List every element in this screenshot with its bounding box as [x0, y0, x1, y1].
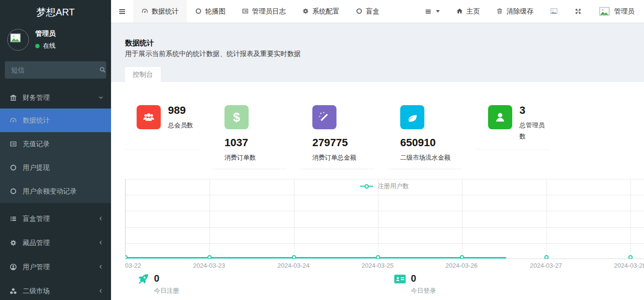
- circle-icon: [9, 164, 17, 172]
- nav-lock-screen-button[interactable]: [542, 0, 566, 23]
- nav-admin-label: 管理员: [614, 7, 634, 16]
- user-icon: [488, 105, 512, 129]
- sidebar-item-label: 二级市场: [23, 287, 93, 296]
- stat-label: 总管理员数: [519, 120, 550, 142]
- nav-tab-label: 数据统计: [152, 7, 179, 16]
- data-point-marker: [292, 255, 296, 259]
- gear-icon: [302, 8, 309, 15]
- tachometer-icon: [141, 8, 148, 15]
- address-card-icon: [393, 273, 406, 295]
- today-value: 0: [411, 273, 436, 283]
- today-label: 今日登录: [411, 286, 436, 295]
- line-chart: [125, 179, 644, 259]
- data-point-marker: [545, 255, 549, 259]
- search-button[interactable]: [98, 61, 106, 79]
- nav-clear-cache-label: 清除缓存: [506, 7, 533, 16]
- stat-value: 650910: [400, 137, 462, 148]
- sidebar-toggle-button[interactable]: [111, 0, 133, 23]
- sidebar-item-label: 财务管理: [23, 94, 93, 102]
- sidebar-search: [5, 61, 106, 79]
- page-subtitle: 用于展示当前系统中的统计数据、统计报表及重要实时数据: [125, 50, 301, 58]
- users-icon: [137, 105, 161, 129]
- sidebar-item-label: 用户提现: [23, 164, 104, 172]
- nav-user-menu[interactable]: 管理员: [590, 0, 644, 23]
- nav-tab-label: 管理员日志: [252, 7, 286, 16]
- gear-icon: [9, 239, 17, 247]
- x-tick-label: 2024-03-27: [530, 262, 562, 269]
- sidebar-item-finance[interactable]: 财务管理: [0, 87, 111, 109]
- nav-tab-system-config[interactable]: 系统配置: [294, 0, 348, 23]
- chevron-left-icon: [98, 216, 104, 222]
- today-login-stat: 0 今日登录: [393, 273, 436, 295]
- stat-card-members: 989 总会员数: [125, 94, 199, 150]
- nav-fullscreen-button[interactable]: [566, 0, 590, 23]
- stat-label: 总会员数: [168, 120, 199, 131]
- home-icon: [456, 8, 463, 15]
- sidebar-item-collection-mgmt[interactable]: 藏品管理: [0, 231, 111, 255]
- search-input[interactable]: [5, 61, 98, 79]
- nav-tab-blindbox[interactable]: 盲盒: [348, 0, 388, 23]
- list-alt-icon: [242, 8, 249, 15]
- sidebar-item-blindbox-mgmt[interactable]: 盲盒管理: [0, 207, 111, 231]
- today-value: 0: [154, 273, 179, 283]
- stat-value: 989: [168, 105, 199, 116]
- cubes-icon: [9, 287, 17, 296]
- today-label: 今日注册: [154, 286, 179, 295]
- circle-icon: [195, 8, 202, 15]
- broken-image-icon: [9, 32, 22, 44]
- x-axis-line: [506, 259, 644, 259]
- search-icon: [99, 66, 106, 73]
- sidebar-item-recharge-records[interactable]: 充值记录: [0, 132, 111, 156]
- nav-home-label: 主页: [466, 7, 480, 16]
- nav-tab-label: 盲盒: [366, 7, 379, 16]
- nav-tab-label: 系统配置: [312, 7, 339, 16]
- list-menu-icon: [425, 8, 432, 15]
- sidebar-menu: 财务管理 数据统计 充值记录 用户提现: [0, 87, 111, 300]
- data-point-marker: [208, 255, 212, 259]
- sidebar-item-balance-changes[interactable]: 用户余额变动记录: [0, 179, 111, 203]
- stats-row: 989 总会员数 $ 1037 消费订单数 279775 消费订单总金额 650…: [125, 94, 550, 169]
- dollar-icon: $: [224, 105, 249, 129]
- sidebar-item-label: 用户管理: [23, 263, 93, 272]
- nav-home-button[interactable]: 主页: [448, 0, 488, 23]
- x-tick-label: 2024-03-22: [125, 262, 141, 269]
- magic-wand-icon: [312, 105, 336, 129]
- x-tick-label: 2024-03-26: [446, 262, 478, 269]
- stat-label: 消费订单总金额: [312, 152, 375, 164]
- sidebar-item-user-withdraw[interactable]: 用户提现: [0, 156, 111, 179]
- sidebar-item-label: 盲盒管理: [23, 215, 93, 223]
- sidebar: 梦想ART 管理员 在线: [0, 0, 111, 300]
- user-name: 管理员: [35, 29, 56, 38]
- content-body: 989 总会员数 $ 1037 消费订单数 279775 消费订单总金额 650…: [111, 82, 644, 300]
- sidebar-item-label: 数据统计: [23, 116, 104, 125]
- nav-menu-dropdown[interactable]: [417, 0, 448, 23]
- nav-tab-data-stats[interactable]: 数据统计: [133, 0, 187, 23]
- stat-card-admins: 3 总管理员数: [476, 94, 550, 150]
- today-register-stat: 0 今日注册: [137, 273, 179, 295]
- x-axis-labels: 2024-03-22 2024-03-23 2024-03-24 2024-03…: [125, 262, 644, 271]
- sidebar-item-label: 充值记录: [23, 140, 104, 149]
- nav-clear-cache-button[interactable]: 清除缓存: [488, 0, 542, 23]
- tab-console[interactable]: 控制台: [125, 67, 161, 82]
- stat-label: 二级市场流水金额: [400, 152, 462, 164]
- stat-card-order-amount: 279775 消费订单总金额: [301, 94, 375, 169]
- sidebar-item-secondary-market[interactable]: 二级市场: [0, 279, 111, 300]
- stat-value: 1037: [224, 137, 287, 148]
- nav-tab-admin-log[interactable]: 管理员日志: [234, 0, 294, 23]
- trash-icon: [496, 8, 503, 15]
- nav-tab-carousel[interactable]: 轮播图: [187, 0, 234, 23]
- tachometer-icon: [9, 116, 17, 124]
- fullscreen-arrows-icon: [574, 8, 582, 15]
- series-line: [126, 257, 506, 259]
- caret-down-icon: [436, 10, 440, 13]
- data-point-marker: [125, 255, 128, 259]
- data-point-marker: [629, 255, 633, 259]
- leaf-icon: [400, 105, 424, 129]
- stat-card-market-flow: 650910 二级市场流水金额: [389, 94, 462, 169]
- broken-image-icon: [550, 7, 558, 15]
- list-icon: [9, 215, 17, 223]
- bank-icon: [9, 94, 17, 102]
- sidebar-item-data-stats[interactable]: 数据统计: [0, 109, 111, 132]
- nav-tab-label: 轮播图: [205, 7, 225, 16]
- sidebar-item-user-mgmt[interactable]: 用户管理: [0, 255, 111, 279]
